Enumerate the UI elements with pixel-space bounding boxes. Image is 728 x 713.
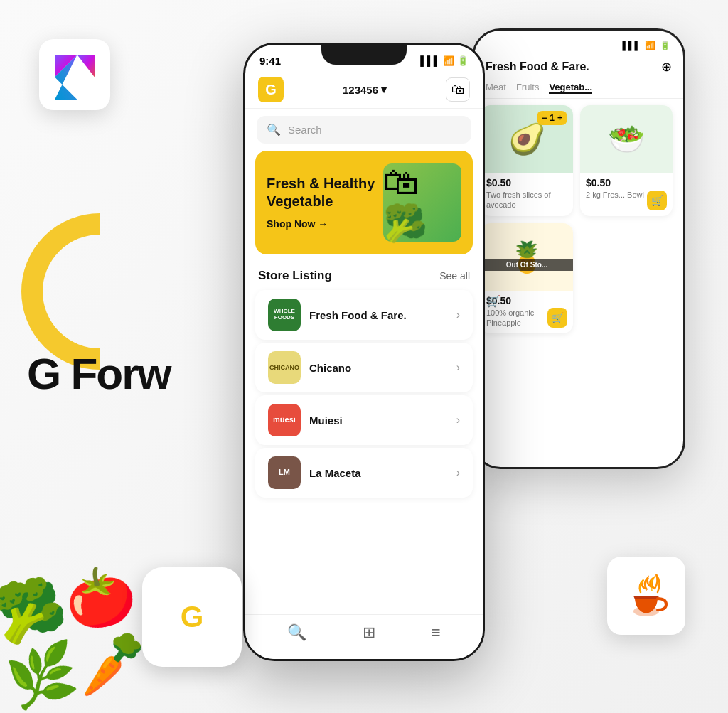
product-image-pineapple: 🍍 Out Of Sto... — [481, 223, 573, 291]
store-listing-header: Store Listing See all — [245, 260, 483, 287]
status-time: 9:41 — [259, 55, 281, 67]
store-chevron: ▾ — [381, 83, 387, 96]
store-name-lamaceta: La Maceta — [309, 467, 361, 479]
wifi-icon: 📶 — [443, 55, 454, 66]
svg-marker-2 — [77, 55, 95, 77]
store-item-whole-foods[interactable]: WHOLEFOODS Fresh Food & Fare. › — [255, 290, 473, 340]
product-image-salad: 🥗 — [580, 105, 673, 173]
banner-title: Fresh & Healthy Vegetable — [267, 175, 383, 210]
nav-menu-icon[interactable]: ≡ — [432, 623, 441, 642]
nav-search-icon[interactable]: 🔍 — [287, 623, 306, 642]
back-battery-icon: 🔋 — [660, 41, 670, 50]
store-logo-muiesi: müesi — [268, 404, 301, 436]
store-logo-lamaceta: LM — [268, 456, 301, 489]
store-chevron-muiesi: › — [456, 414, 460, 427]
products-grid: 🥑 − 1 + $0.50 Two fresh slices of avocad… — [474, 99, 683, 340]
qty-control-avocado[interactable]: − 1 + — [537, 111, 567, 125]
app-header: G 123456 ▾ 🛍 — [245, 71, 483, 109]
cart-badge-pineapple[interactable]: 🛒 — [547, 308, 567, 328]
cat-veg[interactable]: Vegetab... — [549, 82, 592, 94]
cart-button[interactable]: 🛍 — [446, 77, 470, 102]
bg-brand-text: G Forw — [27, 348, 171, 399]
shop-now-button[interactable]: Shop Now → — [267, 218, 328, 230]
java-icon — [607, 557, 685, 635]
product-price-avocado: $0.50 — [486, 177, 567, 188]
cat-meat[interactable]: Meat — [486, 82, 506, 94]
store-name-muiesi: Muiesi — [309, 414, 343, 427]
back-wifi-icon: 📶 — [645, 41, 655, 50]
qty-value: 1 — [550, 113, 555, 123]
store-listing-title: Store Listing — [258, 269, 332, 283]
g-letter-bottom: G — [181, 602, 204, 632]
product-card-salad: 🥗 🛒 $0.50 2 kg Fres... Bowl — [580, 105, 673, 216]
store-item-chicano[interactable]: CHICANO Chicano › — [255, 343, 473, 392]
store-chevron-lamaceta: › — [456, 466, 460, 479]
battery-icon: 🔋 — [457, 55, 469, 66]
search-bar[interactable]: 🔍 Search — [257, 116, 471, 144]
store-logo-chicano: CHICANO — [268, 351, 301, 384]
banner-image: 🛍🥦 — [383, 163, 461, 242]
qty-minus[interactable]: − — [542, 113, 547, 123]
product-card-avocado: 🥑 − 1 + $0.50 Two fresh slices of avocad… — [481, 105, 573, 216]
store-item-muiesi[interactable]: müesi Muiesi › — [255, 395, 473, 445]
store-chevron-whole-foods: › — [456, 309, 460, 321]
cart-badge-salad[interactable]: 🛒 — [647, 191, 667, 210]
see-all-link[interactable]: See all — [439, 270, 470, 282]
promo-banner[interactable]: Fresh & Healthy Vegetable Shop Now → 🛍🥦 — [255, 151, 473, 254]
product-card-pineapple: 🍍 Out Of Sto... 🛒 🛒 $0.50 100% organic P… — [481, 223, 573, 334]
app-logo: G — [258, 77, 284, 102]
kotlin-icon — [39, 39, 110, 110]
store-name-chicano: Chicano — [309, 362, 351, 374]
store-item-lamaceta[interactable]: LM La Maceta › — [255, 448, 473, 498]
phone-notch — [321, 45, 407, 65]
store-logo-whole-foods: WHOLEFOODS — [268, 299, 301, 331]
product-desc-avocado: Two fresh slices of avocado — [486, 190, 567, 210]
product-info-avocado: $0.50 Two fresh slices of avocado — [481, 173, 573, 216]
cat-fruits[interactable]: Fruits — [516, 82, 540, 94]
store-chevron-chicano: › — [456, 361, 460, 374]
store-selector[interactable]: 123456 ▾ — [343, 83, 387, 96]
search-placeholder: Search — [288, 124, 322, 136]
back-signal-icon: ▌▌▌ — [622, 41, 641, 50]
nav-grid-icon[interactable]: ⊞ — [363, 623, 375, 642]
store-id: 123456 — [343, 84, 378, 96]
qty-plus[interactable]: + — [557, 113, 562, 123]
banner-text: Fresh & Healthy Vegetable Shop Now → — [267, 175, 383, 230]
category-tabs: Meat Fruits Vegetab... — [474, 77, 683, 99]
search-icon: 🔍 — [267, 123, 281, 136]
store-name-whole-foods: Fresh Food & Fare. — [309, 309, 407, 321]
back-filter-icon[interactable]: ⊕ — [661, 59, 672, 75]
cart-badge-bottom-left[interactable]: 🛒 — [486, 294, 500, 308]
product-price-salad: $0.50 — [586, 177, 667, 188]
back-phone-title: Fresh Food & Fare. — [486, 60, 589, 73]
g-logo-bottom: G — [142, 567, 242, 667]
bottom-nav: 🔍 ⊞ ≡ — [245, 614, 483, 659]
bg-g-circle — [21, 213, 178, 370]
phone-back: ▌▌▌ 📶 🔋 Fresh Food & Fare. ⊕ Meat Fruits… — [472, 28, 685, 469]
main-scene: G Forw 🥦🍅🌿🥕 ▌▌▌ 📶 🔋 Fresh Food & Fare. ⊕… — [0, 0, 728, 713]
phone-front: 9:41 ▌▌▌ 📶 🔋 G 123456 ▾ 🛍 🔍 Search Fresh… — [243, 43, 485, 661]
out-of-stock-badge: Out Of Sto... — [481, 259, 573, 271]
signal-icon: ▌▌▌ — [420, 55, 440, 66]
